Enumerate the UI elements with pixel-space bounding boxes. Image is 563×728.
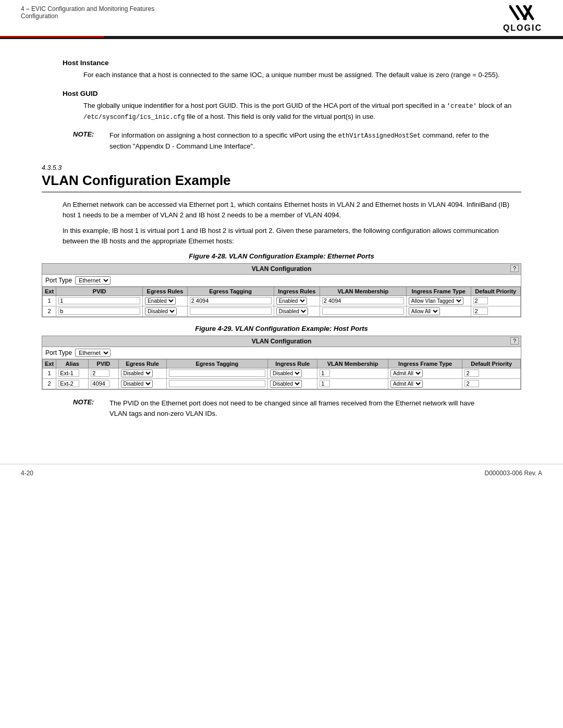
- fig29-cell-ingress-rule[interactable]: Disabled: [268, 368, 317, 378]
- fig29-cell-egress-rule[interactable]: Disabled: [118, 368, 166, 378]
- fig28-cell-vlan-membership: [320, 306, 406, 316]
- fig28-ingress-frame-type-select[interactable]: Allow Vlan Tagged: [409, 297, 463, 305]
- fig29-port-type-select[interactable]: Ethernet: [75, 349, 111, 357]
- fig29-row-1: 1 Disabled Disabled Admit All: [43, 368, 521, 378]
- fig28-ingress-rules-select[interactable]: Disabled: [276, 307, 308, 315]
- fig29-ingress-frame-type-select[interactable]: Admit All: [390, 369, 423, 377]
- fig29-vlan-membership-input[interactable]: [320, 369, 330, 377]
- fig28-ingress-frame-type-select[interactable]: Allow All: [409, 307, 440, 315]
- fig28-th-default-priority: Default Priority: [471, 287, 520, 295]
- fig29-cell-ingress-rule[interactable]: Disabled: [268, 378, 317, 389]
- fig28-row-2: 2 Disabled Disabled Allow All: [43, 306, 521, 316]
- intro-text1: An Ethernet network can be accessed via …: [63, 200, 521, 220]
- fig28-th-ingress-rules: Ingress Rules: [274, 287, 320, 295]
- main-content: Host Instance For each instance that a h…: [0, 39, 563, 448]
- fig29-default-priority-input[interactable]: [464, 380, 479, 387]
- fig28-table: Ext PVID Egress Rules Egress Tagging Ing…: [42, 287, 521, 317]
- fig29-th-pvid: PVID: [89, 359, 118, 368]
- note1-text: For information on assigning a host conn…: [109, 130, 490, 152]
- fig29-cell-ingress-frame-type[interactable]: Admit All: [388, 378, 462, 389]
- fig28-th-egress-tagging: Egress Tagging: [187, 287, 274, 295]
- fig28-default-priority-input[interactable]: [473, 297, 488, 304]
- host-guid-text1: The globally unique indentifier for a ho…: [83, 102, 447, 109]
- fig29-header-row: Ext Alias PVID Egress Rule Egress Taggin…: [43, 359, 521, 368]
- fig29-cell-egress-tagging: [166, 368, 267, 378]
- fig29-cell-default-priority: [462, 378, 521, 389]
- fig28-cell-ingress-frame-type[interactable]: Allow All: [406, 306, 471, 316]
- fig28-cell-ingress-frame-type[interactable]: Allow Vlan Tagged: [406, 295, 471, 306]
- fig28-caption: Figure 4-28. VLAN Configuration Example:…: [42, 252, 521, 260]
- fig28-egress-tagging-input[interactable]: [190, 307, 272, 315]
- fig28-cell-egress-tagging: [187, 306, 274, 316]
- note1-code: ethVirtAssignedHostSet: [338, 132, 421, 140]
- fig29-ingress-rule-select[interactable]: Disabled: [270, 369, 302, 377]
- fig29-egress-rule-select[interactable]: Disabled: [121, 369, 153, 377]
- fig29-vlan-membership-input[interactable]: [320, 380, 330, 387]
- footer-doc-ref: D000003-006 Rev. A: [484, 470, 542, 477]
- note1-block: NOTE: For information on assigning a hos…: [73, 130, 490, 152]
- fig29-cell-pvid: [89, 368, 118, 378]
- fig28-vlan-membership-input[interactable]: [322, 307, 404, 315]
- fig28-egress-rules-select[interactable]: Enabled: [145, 297, 176, 305]
- fig29-th-default-priority: Default Priority: [462, 359, 521, 368]
- host-guid-text3: file of a host. This field is only valid…: [185, 113, 375, 120]
- fig29-pvid-input[interactable]: [91, 380, 109, 387]
- fig29-table: Ext Alias PVID Egress Rule Egress Taggin…: [42, 359, 521, 389]
- fig29-table-wrapper: VLAN Configuration ? Port Type Ethernet …: [42, 336, 521, 390]
- page-header: 4 – EVIC Configuration and Monitoring Fe…: [0, 0, 563, 33]
- note2-text: The PVID on the Ethernet port does not n…: [109, 398, 490, 419]
- fig29-pvid-input[interactable]: [91, 369, 109, 377]
- qlogic-logo-text: QLOGIC: [503, 23, 542, 33]
- fig28-port-type-row: Port Type Ethernet: [42, 275, 521, 287]
- header-line2: Configuration: [21, 13, 154, 20]
- fig28-default-priority-input[interactable]: [473, 307, 488, 315]
- intro-text2: In this example, IB host 1 is virtual po…: [63, 226, 521, 246]
- fig29-cell-egress-rule[interactable]: Disabled: [118, 378, 166, 389]
- fig29-egress-tagging-input[interactable]: [169, 380, 265, 387]
- fig28-cell-egress-rules[interactable]: Disabled: [143, 306, 187, 316]
- fig29-ingress-rule-select[interactable]: Disabled: [270, 380, 302, 388]
- qlogic-logo-icon: [509, 5, 535, 23]
- fig29-cell-ext: 2: [43, 378, 56, 389]
- fig28-pvid-input[interactable]: [58, 307, 140, 315]
- fig29-help-button[interactable]: ?: [510, 337, 519, 344]
- fig28-cell-egress-rules[interactable]: Enabled: [143, 295, 187, 306]
- host-instance-section: Host Instance For each instance that a h…: [63, 59, 521, 80]
- fig28-cell-pvid: [56, 306, 143, 316]
- fig29-alias-input[interactable]: [58, 380, 79, 387]
- fig28-ingress-rules-select[interactable]: Enabled: [276, 297, 307, 305]
- fig29-alias-input[interactable]: [58, 369, 79, 377]
- fig28-help-button[interactable]: ?: [510, 265, 519, 272]
- fig28-pvid-input[interactable]: [58, 297, 140, 304]
- fig29-default-priority-input[interactable]: [464, 369, 479, 377]
- header-text: 4 – EVIC Configuration and Monitoring Fe…: [21, 5, 154, 20]
- fig29-egress-rule-select[interactable]: Disabled: [121, 380, 153, 388]
- host-guid-text: The globally unique indentifier for a ho…: [83, 101, 521, 122]
- fig28-table-wrapper: VLAN Configuration ? Port Type Ethernet …: [42, 263, 521, 317]
- fig28-egress-tagging-input[interactable]: [190, 297, 272, 304]
- fig29-cell-ingress-frame-type[interactable]: Admit All: [388, 368, 462, 378]
- host-guid-code2: /etc/sysconfig/ics_inic.cfg: [83, 114, 185, 121]
- fig29-port-type-label: Port Type: [45, 349, 72, 356]
- fig28-port-type-select[interactable]: Ethernet: [75, 276, 111, 285]
- host-instance-heading: Host Instance: [63, 59, 521, 67]
- fig28-title: VLAN Configuration: [252, 265, 312, 273]
- fig28-cell-pvid: [56, 295, 143, 306]
- fig29-title-row: VLAN Configuration ?: [42, 336, 521, 347]
- fig28-cell-ingress-rules[interactable]: Disabled: [274, 306, 320, 316]
- fig29-ingress-frame-type-select[interactable]: Admit All: [390, 380, 423, 388]
- fig29-th-egress-rule: Egress Rule: [118, 359, 166, 368]
- fig29-th-ingress-frame-type: Ingress Frame Type: [388, 359, 462, 368]
- header-line1: 4 – EVIC Configuration and Monitoring Fe…: [21, 5, 154, 13]
- fig28-cell-ingress-rules[interactable]: Enabled: [274, 295, 320, 306]
- fig28-title-row: VLAN Configuration ?: [42, 264, 521, 275]
- fig28-cell-vlan-membership: [320, 295, 406, 306]
- top-rule-accent: [0, 36, 104, 38]
- fig29-cell-vlan-membership: [317, 378, 388, 389]
- fig29-egress-tagging-input[interactable]: [169, 369, 265, 377]
- fig28-th-egress-rules: Egress Rules: [143, 287, 187, 295]
- note1-text1: For information on assigning a host conn…: [109, 131, 338, 139]
- fig28-th-vlan-membership: VLAN Membership: [320, 287, 406, 295]
- fig28-egress-rules-select[interactable]: Disabled: [145, 307, 177, 315]
- fig28-vlan-membership-input[interactable]: [322, 297, 404, 304]
